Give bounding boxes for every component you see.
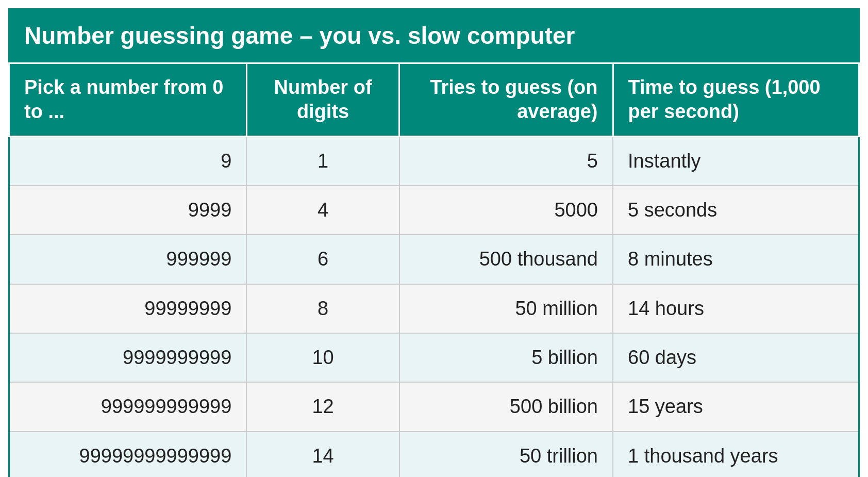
cell-number: 99999999 (9, 284, 247, 333)
cell-time: Instantly (613, 136, 859, 186)
cell-digits: 14 (246, 432, 399, 477)
cell-tries: 50 trillion (399, 432, 613, 477)
cell-number: 999999 (9, 235, 247, 284)
page-wrapper: Number guessing game – you vs. slow comp… (0, 0, 868, 477)
table-row: 9999996500 thousand8 minutes (9, 235, 859, 284)
table-row: 99999999999912500 billion15 years (9, 382, 859, 431)
cell-number: 999999999999 (9, 382, 247, 431)
cell-tries: 5 billion (399, 333, 613, 382)
cell-tries: 5000 (399, 186, 613, 235)
cell-tries: 500 thousand (399, 235, 613, 284)
cell-time: 15 years (613, 382, 859, 431)
cell-number: 9999 (9, 186, 247, 235)
header-col2: Number of digits (246, 63, 399, 136)
cell-time: 14 hours (613, 284, 859, 333)
table-row: 999999999999991450 trillion1 thousand ye… (9, 432, 859, 477)
title-row: Number guessing game – you vs. slow comp… (9, 9, 859, 63)
table-row: 915Instantly (9, 136, 859, 186)
cell-number: 9999999999 (9, 333, 247, 382)
cell-time: 5 seconds (613, 186, 859, 235)
cell-tries: 50 million (399, 284, 613, 333)
cell-digits: 12 (246, 382, 399, 431)
cell-tries: 5 (399, 136, 613, 186)
cell-digits: 8 (246, 284, 399, 333)
cell-tries: 500 billion (399, 382, 613, 431)
header-col3: Tries to guess (on average) (399, 63, 613, 136)
table-row: 99999999850 million14 hours (9, 284, 859, 333)
header-row: Pick a number from 0 to ... Number of di… (9, 63, 859, 136)
cell-digits: 4 (246, 186, 399, 235)
header-col1: Pick a number from 0 to ... (9, 63, 247, 136)
table-body: 915Instantly9999450005 seconds9999996500… (9, 136, 859, 477)
cell-digits: 6 (246, 235, 399, 284)
cell-time: 1 thousand years (613, 432, 859, 477)
header-col4: Time to guess (1,000 per second) (613, 63, 859, 136)
table-title: Number guessing game – you vs. slow comp… (9, 9, 859, 63)
main-table: Number guessing game – you vs. slow comp… (8, 8, 860, 477)
cell-digits: 10 (246, 333, 399, 382)
table-row: 9999999999105 billion60 days (9, 333, 859, 382)
cell-time: 8 minutes (613, 235, 859, 284)
cell-time: 60 days (613, 333, 859, 382)
cell-number: 99999999999999 (9, 432, 247, 477)
table-row: 9999450005 seconds (9, 186, 859, 235)
cell-number: 9 (9, 136, 247, 186)
cell-digits: 1 (246, 136, 399, 186)
